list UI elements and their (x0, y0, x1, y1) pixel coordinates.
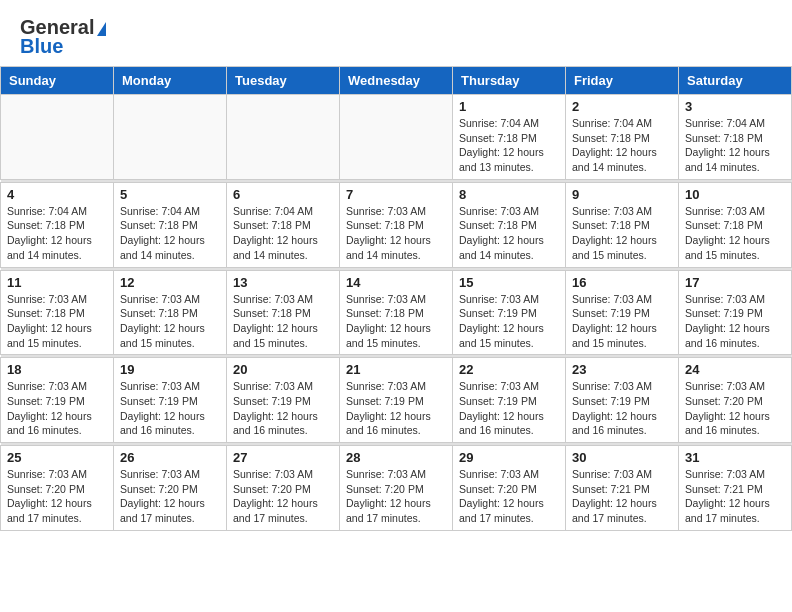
day-info: Sunrise: 7:03 AM Sunset: 7:20 PM Dayligh… (459, 467, 559, 526)
day-info: Sunrise: 7:03 AM Sunset: 7:20 PM Dayligh… (685, 379, 785, 438)
calendar-day-24: 24Sunrise: 7:03 AM Sunset: 7:20 PM Dayli… (679, 358, 792, 443)
day-number: 12 (120, 275, 220, 290)
page-header: General Blue (0, 0, 792, 66)
calendar-day-26: 26Sunrise: 7:03 AM Sunset: 7:20 PM Dayli… (114, 446, 227, 531)
day-info: Sunrise: 7:04 AM Sunset: 7:18 PM Dayligh… (572, 116, 672, 175)
day-info: Sunrise: 7:03 AM Sunset: 7:18 PM Dayligh… (346, 292, 446, 351)
calendar-day-31: 31Sunrise: 7:03 AM Sunset: 7:21 PM Dayli… (679, 446, 792, 531)
calendar-day-27: 27Sunrise: 7:03 AM Sunset: 7:20 PM Dayli… (227, 446, 340, 531)
column-header-sunday: Sunday (1, 67, 114, 95)
day-number: 15 (459, 275, 559, 290)
column-header-saturday: Saturday (679, 67, 792, 95)
calendar-day-28: 28Sunrise: 7:03 AM Sunset: 7:20 PM Dayli… (340, 446, 453, 531)
day-number: 16 (572, 275, 672, 290)
day-number: 20 (233, 362, 333, 377)
day-info: Sunrise: 7:04 AM Sunset: 7:18 PM Dayligh… (459, 116, 559, 175)
day-info: Sunrise: 7:03 AM Sunset: 7:21 PM Dayligh… (572, 467, 672, 526)
day-info: Sunrise: 7:03 AM Sunset: 7:18 PM Dayligh… (572, 204, 672, 263)
calendar-day-30: 30Sunrise: 7:03 AM Sunset: 7:21 PM Dayli… (566, 446, 679, 531)
day-number: 25 (7, 450, 107, 465)
calendar-day-25: 25Sunrise: 7:03 AM Sunset: 7:20 PM Dayli… (1, 446, 114, 531)
day-number: 3 (685, 99, 785, 114)
calendar-day-3: 3Sunrise: 7:04 AM Sunset: 7:18 PM Daylig… (679, 95, 792, 180)
calendar-day-6: 6Sunrise: 7:04 AM Sunset: 7:18 PM Daylig… (227, 182, 340, 267)
day-info: Sunrise: 7:03 AM Sunset: 7:18 PM Dayligh… (7, 292, 107, 351)
day-info: Sunrise: 7:03 AM Sunset: 7:20 PM Dayligh… (120, 467, 220, 526)
day-number: 24 (685, 362, 785, 377)
calendar-day-10: 10Sunrise: 7:03 AM Sunset: 7:18 PM Dayli… (679, 182, 792, 267)
day-number: 26 (120, 450, 220, 465)
column-header-thursday: Thursday (453, 67, 566, 95)
day-info: Sunrise: 7:03 AM Sunset: 7:19 PM Dayligh… (572, 292, 672, 351)
calendar-day-15: 15Sunrise: 7:03 AM Sunset: 7:19 PM Dayli… (453, 270, 566, 355)
calendar-day-23: 23Sunrise: 7:03 AM Sunset: 7:19 PM Dayli… (566, 358, 679, 443)
day-number: 22 (459, 362, 559, 377)
logo-triangle-icon (97, 22, 106, 36)
calendar-day-14: 14Sunrise: 7:03 AM Sunset: 7:18 PM Dayli… (340, 270, 453, 355)
column-header-monday: Monday (114, 67, 227, 95)
column-header-wednesday: Wednesday (340, 67, 453, 95)
day-info: Sunrise: 7:04 AM Sunset: 7:18 PM Dayligh… (233, 204, 333, 263)
logo-blue-text: Blue (20, 35, 63, 58)
calendar-week-row: 1Sunrise: 7:04 AM Sunset: 7:18 PM Daylig… (1, 95, 792, 180)
day-number: 17 (685, 275, 785, 290)
day-info: Sunrise: 7:03 AM Sunset: 7:20 PM Dayligh… (7, 467, 107, 526)
day-info: Sunrise: 7:03 AM Sunset: 7:19 PM Dayligh… (120, 379, 220, 438)
calendar-week-row: 18Sunrise: 7:03 AM Sunset: 7:19 PM Dayli… (1, 358, 792, 443)
logo: General Blue (20, 16, 106, 58)
calendar-day-1: 1Sunrise: 7:04 AM Sunset: 7:18 PM Daylig… (453, 95, 566, 180)
day-info: Sunrise: 7:03 AM Sunset: 7:19 PM Dayligh… (459, 379, 559, 438)
calendar-day-21: 21Sunrise: 7:03 AM Sunset: 7:19 PM Dayli… (340, 358, 453, 443)
calendar-day-empty (227, 95, 340, 180)
day-info: Sunrise: 7:03 AM Sunset: 7:18 PM Dayligh… (459, 204, 559, 263)
day-info: Sunrise: 7:03 AM Sunset: 7:18 PM Dayligh… (346, 204, 446, 263)
calendar-day-16: 16Sunrise: 7:03 AM Sunset: 7:19 PM Dayli… (566, 270, 679, 355)
day-number: 27 (233, 450, 333, 465)
calendar-day-4: 4Sunrise: 7:04 AM Sunset: 7:18 PM Daylig… (1, 182, 114, 267)
day-number: 18 (7, 362, 107, 377)
calendar-day-13: 13Sunrise: 7:03 AM Sunset: 7:18 PM Dayli… (227, 270, 340, 355)
calendar-day-empty (1, 95, 114, 180)
day-info: Sunrise: 7:03 AM Sunset: 7:21 PM Dayligh… (685, 467, 785, 526)
day-info: Sunrise: 7:03 AM Sunset: 7:19 PM Dayligh… (572, 379, 672, 438)
calendar-day-empty (114, 95, 227, 180)
calendar-week-row: 4Sunrise: 7:04 AM Sunset: 7:18 PM Daylig… (1, 182, 792, 267)
day-number: 10 (685, 187, 785, 202)
day-number: 9 (572, 187, 672, 202)
day-number: 30 (572, 450, 672, 465)
day-info: Sunrise: 7:03 AM Sunset: 7:18 PM Dayligh… (685, 204, 785, 263)
calendar-day-empty (340, 95, 453, 180)
day-info: Sunrise: 7:03 AM Sunset: 7:19 PM Dayligh… (459, 292, 559, 351)
calendar-day-2: 2Sunrise: 7:04 AM Sunset: 7:18 PM Daylig… (566, 95, 679, 180)
day-number: 13 (233, 275, 333, 290)
day-number: 1 (459, 99, 559, 114)
calendar-day-7: 7Sunrise: 7:03 AM Sunset: 7:18 PM Daylig… (340, 182, 453, 267)
calendar-day-17: 17Sunrise: 7:03 AM Sunset: 7:19 PM Dayli… (679, 270, 792, 355)
day-number: 7 (346, 187, 446, 202)
calendar-header-row: SundayMondayTuesdayWednesdayThursdayFrid… (1, 67, 792, 95)
day-info: Sunrise: 7:04 AM Sunset: 7:18 PM Dayligh… (120, 204, 220, 263)
calendar-week-row: 25Sunrise: 7:03 AM Sunset: 7:20 PM Dayli… (1, 446, 792, 531)
day-number: 6 (233, 187, 333, 202)
day-number: 8 (459, 187, 559, 202)
calendar-day-12: 12Sunrise: 7:03 AM Sunset: 7:18 PM Dayli… (114, 270, 227, 355)
column-header-tuesday: Tuesday (227, 67, 340, 95)
calendar-day-20: 20Sunrise: 7:03 AM Sunset: 7:19 PM Dayli… (227, 358, 340, 443)
day-number: 5 (120, 187, 220, 202)
day-number: 21 (346, 362, 446, 377)
day-number: 14 (346, 275, 446, 290)
day-info: Sunrise: 7:03 AM Sunset: 7:19 PM Dayligh… (7, 379, 107, 438)
calendar-week-row: 11Sunrise: 7:03 AM Sunset: 7:18 PM Dayli… (1, 270, 792, 355)
day-number: 19 (120, 362, 220, 377)
column-header-friday: Friday (566, 67, 679, 95)
calendar-day-11: 11Sunrise: 7:03 AM Sunset: 7:18 PM Dayli… (1, 270, 114, 355)
day-number: 4 (7, 187, 107, 202)
calendar-day-22: 22Sunrise: 7:03 AM Sunset: 7:19 PM Dayli… (453, 358, 566, 443)
day-number: 23 (572, 362, 672, 377)
calendar-day-29: 29Sunrise: 7:03 AM Sunset: 7:20 PM Dayli… (453, 446, 566, 531)
day-info: Sunrise: 7:03 AM Sunset: 7:19 PM Dayligh… (685, 292, 785, 351)
day-info: Sunrise: 7:03 AM Sunset: 7:19 PM Dayligh… (233, 379, 333, 438)
day-info: Sunrise: 7:04 AM Sunset: 7:18 PM Dayligh… (7, 204, 107, 263)
day-number: 28 (346, 450, 446, 465)
calendar-table: SundayMondayTuesdayWednesdayThursdayFrid… (0, 66, 792, 531)
